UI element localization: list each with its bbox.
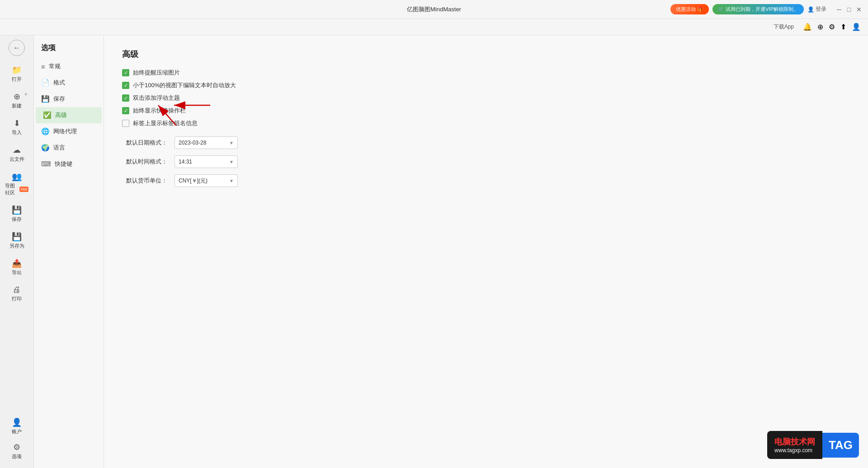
main-content: ← 📁 打开 ⊕ 新建 + ⬇ 导入 ☁ 云文件 👥 导图社区 <box>0 35 868 468</box>
options-item-general-label: 常规 <box>49 62 61 70</box>
share-icon[interactable]: ⬆ <box>840 23 846 31</box>
help-icon[interactable]: ⊕ <box>817 23 823 31</box>
sidebar-item-account[interactable]: 👤 账户 <box>3 414 30 439</box>
form-row-currency: 默认货币单位： CNY[￥](元) ▼ <box>122 174 850 187</box>
options-item-advanced[interactable]: ✅ 高级 <box>36 107 102 123</box>
checkbox-compress-label: 始终提醒压缩图片 <box>133 69 180 77</box>
sidebar-item-export[interactable]: 📤 导出 <box>3 255 30 280</box>
options-item-shortcuts[interactable]: ⌨ 快捷键 <box>34 156 104 172</box>
checkbox-toolbar-label: 始终显示快捷操作栏 <box>133 107 186 115</box>
time-format-select[interactable]: 14:31 ▼ <box>175 155 238 168</box>
checkbox-groupname-label: 标签上显示标签组名信息 <box>133 119 198 127</box>
date-dropdown-arrow: ▼ <box>229 140 234 145</box>
options-item-format-label: 格式 <box>53 79 65 87</box>
settings-icon[interactable]: ⚙ <box>829 23 835 31</box>
options-item-save[interactable]: 💾 保存 <box>34 91 104 107</box>
general-icon: ≡ <box>41 63 45 70</box>
sidebar-item-open-label: 打开 <box>12 76 22 83</box>
checkbox-show-groupname[interactable] <box>122 120 129 127</box>
options-item-language[interactable]: 🌍 语言 <box>34 140 104 156</box>
sidebar-item-print[interactable]: 🖨 打印 <box>3 281 30 306</box>
sidebar-item-import[interactable]: ⬇ 导入 <box>3 115 30 140</box>
sidebar-item-community[interactable]: 👥 导图社区 Hot <box>3 168 30 200</box>
sidebar-item-account-label: 账户 <box>12 428 22 435</box>
sidebar-item-saveas[interactable]: 💾 另存为 <box>3 228 30 253</box>
options-item-advanced-label: 高级 <box>55 111 67 119</box>
checkbox-row-dblclick: 双击添加浮动主题 <box>122 94 850 102</box>
date-format-select[interactable]: 2023-03-28 ▼ <box>175 136 238 149</box>
notification-icon[interactable]: 🔔 <box>803 23 812 31</box>
saveas-icon: 💾 <box>12 232 22 242</box>
checkbox-row-autozoom: 小于100%的视图下编辑文本时自动放大 <box>122 81 850 89</box>
save-icon: 💾 <box>12 205 22 215</box>
currency-select[interactable]: CNY[￥](元) ▼ <box>175 174 238 187</box>
sidebar-item-save-label: 保存 <box>12 216 22 223</box>
site-url: www.tagxp.com <box>774 447 815 454</box>
back-button[interactable]: ← <box>9 40 25 56</box>
sidebar-item-options[interactable]: ⚙ 选项 <box>3 439 30 463</box>
title-bar-right: 优惠活动 🎁 🛒 试用已到期，开通VIP解锁限制。 👤 登录 ─ □ ✕ <box>670 4 863 14</box>
checkbox-auto-zoom[interactable] <box>122 82 129 89</box>
checkbox-row-toolbar: 始终显示快捷操作栏 <box>122 107 850 115</box>
nav-bottom: 👤 账户 ⚙ 选项 <box>3 414 30 463</box>
format-icon: 📄 <box>41 79 50 87</box>
form-row-time: 默认时间格式： 14:31 ▼ <box>122 155 850 168</box>
tag-label: TAG <box>829 438 853 452</box>
shortcuts-icon: ⌨ <box>41 160 51 168</box>
time-format-label: 默认时间格式： <box>122 158 167 166</box>
advanced-icon: ✅ <box>43 111 52 119</box>
cloud-icon: ☁ <box>13 145 21 155</box>
left-sidebar: ← 📁 打开 ⊕ 新建 + ⬇ 导入 ☁ 云文件 👥 导图社区 <box>0 35 34 468</box>
hot-badge: Hot <box>19 187 28 192</box>
sidebar-item-open[interactable]: 📁 打开 <box>3 61 30 86</box>
advanced-panel: 高级 始终提醒压缩图片 小于100%的视图下编辑文本时自动放大 双击添加浮动主题… <box>104 35 868 468</box>
trial-button[interactable]: 🛒 试用已到期，开通VIP解锁限制。 <box>712 4 804 14</box>
options-item-shortcuts-label: 快捷键 <box>55 160 72 168</box>
options-item-proxy[interactable]: 🌐 网络代理 <box>34 123 104 140</box>
import-icon: ⬇ <box>14 118 20 128</box>
currency-label: 默认货币单位： <box>122 177 167 185</box>
checkbox-row-groupname: 标签上显示标签组名信息 <box>122 119 850 127</box>
sidebar-item-new-label: 新建 <box>12 103 22 109</box>
proxy-icon: 🌐 <box>41 127 50 136</box>
options-item-proxy-label: 网络代理 <box>53 127 77 136</box>
maximize-button[interactable]: □ <box>845 6 853 13</box>
checkbox-autozoom-label: 小于100%的视图下编辑文本时自动放大 <box>133 81 236 89</box>
print-icon: 🖨 <box>13 285 21 295</box>
close-button[interactable]: ✕ <box>855 6 863 13</box>
options-item-format[interactable]: 📄 格式 <box>34 75 104 91</box>
language-icon: 🌍 <box>41 144 50 152</box>
currency-dropdown-arrow: ▼ <box>229 178 234 183</box>
sidebar-item-new[interactable]: ⊕ 新建 + <box>3 88 30 113</box>
sidebar-item-cloud[interactable]: ☁ 云文件 <box>3 141 30 166</box>
checkbox-dblclick-label: 双击添加浮动主题 <box>133 94 180 102</box>
app-title: 亿图脑图MindMaster <box>407 5 461 14</box>
open-icon: 📁 <box>12 65 22 75</box>
sidebar-item-cloud-label: 云文件 <box>9 156 24 163</box>
minimize-button[interactable]: ─ <box>835 6 843 13</box>
promo-button[interactable]: 优惠活动 🎁 <box>670 4 709 14</box>
date-format-label: 默认日期格式： <box>122 139 167 147</box>
secondary-toolbar: 下载App 🔔 ⊕ ⚙ ⬆ 👤 <box>0 19 868 35</box>
sidebar-item-import-label: 导入 <box>12 129 22 136</box>
checkbox-row-compress: 始终提醒压缩图片 <box>122 69 850 77</box>
options-icon: ⚙ <box>13 442 20 452</box>
new-icon: ⊕ <box>14 92 20 102</box>
sidebar-item-save[interactable]: 💾 保存 <box>3 201 30 226</box>
options-item-general[interactable]: ≡ 常规 <box>34 58 104 75</box>
site-name: 电脑技术网 <box>774 436 815 447</box>
title-bar: 亿图脑图MindMaster 优惠活动 🎁 🛒 试用已到期，开通VIP解锁限制。… <box>0 0 868 19</box>
form-section: 默认日期格式： 2023-03-28 ▼ 默认时间格式： 14:31 ▼ 默认货… <box>122 136 850 187</box>
sidebar-item-options-label: 选项 <box>12 453 22 460</box>
options-item-language-label: 语言 <box>53 144 65 152</box>
checkbox-dblclick-theme[interactable] <box>122 94 129 102</box>
watermark-tag: TAG <box>822 433 859 458</box>
section-title: 高级 <box>122 49 850 60</box>
user-icon[interactable]: 👤 <box>852 23 861 31</box>
checkbox-compress-image[interactable] <box>122 69 129 76</box>
download-app-button[interactable]: 下载App <box>770 21 797 33</box>
save-opt-icon: 💾 <box>41 95 50 103</box>
checkbox-show-toolbar[interactable] <box>122 107 129 114</box>
login-button[interactable]: 👤 登录 <box>807 5 826 13</box>
window-controls: ─ □ ✕ <box>835 6 863 13</box>
